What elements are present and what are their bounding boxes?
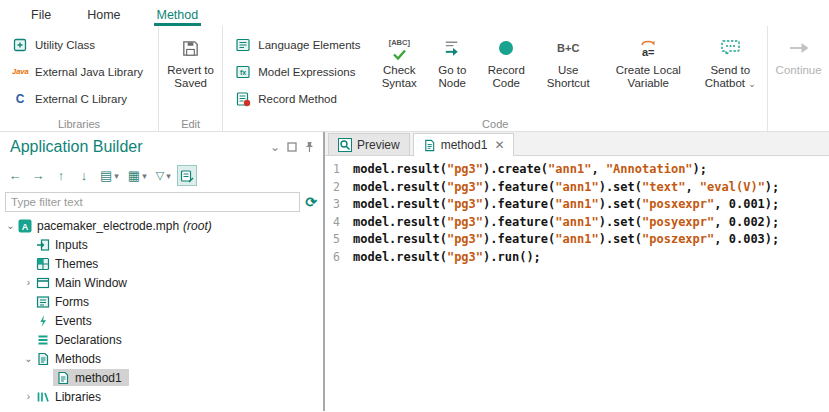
check-syntax-button[interactable]: [ABC] Check Syntax — [375, 31, 423, 115]
tree-item-label: Inputs — [55, 238, 88, 252]
code-text: model.result("pg3").feature("ann1").set(… — [353, 179, 779, 197]
tree-item-libraries[interactable]: › Libraries — [0, 387, 323, 406]
record-method-button[interactable]: Record Method — [229, 85, 369, 112]
declarations-icon — [35, 332, 50, 347]
app-root-icon: A — [17, 218, 32, 233]
forms-icon — [35, 294, 50, 309]
external-c-library-button[interactable]: C External C Library — [6, 85, 152, 112]
themes-icon — [35, 256, 50, 271]
group-label-edit: Edit — [159, 118, 222, 130]
language-elements-button[interactable]: Language Elements — [229, 31, 369, 58]
ribbon-tab-bar: File Home Method — [0, 0, 829, 26]
model-expressions-button[interactable]: fx Model Expressions — [229, 58, 369, 85]
tree-item-label: pacemaker_electrode.mph — [37, 219, 179, 233]
utility-class-icon — [12, 37, 28, 53]
application-tree: ⌄ A pacemaker_electrode.mph (root) Input… — [0, 215, 323, 411]
tree-item-themes[interactable]: Themes — [0, 254, 323, 273]
grid-view-icon: ▦ — [128, 168, 140, 183]
filter-input[interactable] — [5, 192, 300, 212]
tree-item-forms[interactable]: Forms — [0, 292, 323, 311]
forward-button[interactable]: → — [28, 165, 48, 186]
method-editor: Preview method1 ✕ 1model.result("pg3").c… — [325, 132, 829, 411]
ribbon-group-libraries: Utility Class Java External Java Library… — [0, 26, 159, 131]
selection-highlight: method1 — [53, 369, 129, 386]
continue-button[interactable]: Continue — [774, 31, 823, 77]
forward-arrow-icon: → — [32, 168, 45, 183]
move-up-button[interactable]: ↑ — [51, 165, 71, 186]
code-line[interactable]: 5model.result("pg3").feature("ann1").set… — [325, 231, 829, 249]
tab-method1[interactable]: method1 ✕ — [413, 133, 515, 156]
group-options-dropdown[interactable]: ▦▾ — [125, 165, 150, 186]
record-code-button[interactable]: Record Code — [481, 31, 531, 115]
record-code-label: Record Code — [481, 64, 531, 90]
code-line[interactable]: 1model.result("pg3").create("ann1", "Ann… — [325, 161, 829, 179]
chevron-down-icon: ▾ — [142, 171, 147, 181]
line-number: 6 — [325, 249, 353, 267]
inputs-icon — [35, 237, 50, 252]
utility-class-button[interactable]: Utility Class — [6, 31, 152, 58]
expand-caret-icon[interactable]: › — [22, 277, 35, 288]
tree-item-method1[interactable]: method1 — [0, 368, 323, 387]
back-button[interactable]: ← — [5, 165, 25, 186]
code-line[interactable]: 2model.result("pg3").feature("ann1").set… — [325, 179, 829, 197]
create-local-variable-icon: a= — [640, 35, 656, 61]
tree-item-methods[interactable]: ⌄ Methods — [0, 349, 323, 368]
record-method-icon — [235, 91, 251, 107]
code-text: model.result("pg3").feature("ann1").set(… — [353, 214, 779, 232]
record-code-icon — [496, 35, 516, 61]
record-method-label: Record Method — [258, 93, 337, 105]
panel-header: Application Builder ⌄ — [0, 132, 323, 162]
pin-panel-icon[interactable] — [304, 141, 315, 153]
java-icon: Java — [12, 67, 28, 76]
tab-method[interactable]: Method — [154, 4, 202, 26]
go-to-node-button[interactable]: Go to Node — [431, 31, 473, 115]
application-builder-panel: Application Builder ⌄ ← → ↑ ↓ ▤▾ ▦▾ ▽▾ — [0, 132, 325, 411]
ribbon-group-continue: Continue — [768, 26, 829, 131]
continue-label: Continue — [776, 64, 822, 77]
editor-tools-toggle[interactable] — [177, 165, 197, 186]
code-line[interactable]: 3model.result("pg3").feature("ann1").set… — [325, 196, 829, 214]
tree-item-inputs[interactable]: Inputs — [0, 235, 323, 254]
model-expressions-label: Model Expressions — [258, 66, 355, 78]
panel-menu-chevron-icon[interactable]: ⌄ — [270, 140, 280, 154]
tree-item-events[interactable]: Events — [0, 311, 323, 330]
chatbot-icon — [720, 35, 741, 61]
tab-method1-label: method1 — [441, 138, 488, 152]
code-line[interactable]: 6model.result("pg3").run(); — [325, 249, 829, 267]
external-java-library-button[interactable]: Java External Java Library — [6, 58, 152, 85]
move-down-button[interactable]: ↓ — [74, 165, 94, 186]
float-panel-icon[interactable] — [287, 142, 297, 152]
tree-item-root[interactable]: ⌄ A pacemaker_electrode.mph (root) — [0, 216, 323, 235]
refresh-icon[interactable]: ⟳ — [305, 194, 317, 210]
tree-item-main-window[interactable]: › Main Window — [0, 273, 323, 292]
code-line[interactable]: 4model.result("pg3").feature("ann1").set… — [325, 214, 829, 232]
c-icon: C — [12, 92, 28, 106]
use-shortcut-button[interactable]: B+C Use Shortcut — [539, 31, 597, 115]
go-to-node-icon — [442, 35, 463, 61]
code-area[interactable]: 1model.result("pg3").create("ann1", "Ann… — [325, 156, 829, 411]
close-tab-icon[interactable]: ✕ — [494, 138, 504, 152]
main-area: Application Builder ⌄ ← → ↑ ↓ ▤▾ ▦▾ ▽▾ — [0, 132, 829, 411]
create-local-variable-button[interactable]: a= Create Local Variable — [605, 31, 691, 115]
check-syntax-label: Check Syntax — [375, 64, 423, 90]
tab-file[interactable]: File — [28, 4, 54, 26]
send-to-chatbot-button[interactable]: Send to Chatbot ⌄ — [699, 31, 761, 115]
methods-icon — [35, 351, 50, 366]
view-options-dropdown[interactable]: ▤▾ — [97, 165, 122, 186]
tree-item-label: method1 — [75, 371, 122, 385]
tree-item-label: Main Window — [55, 276, 127, 290]
use-shortcut-label: Use Shortcut — [539, 64, 597, 90]
expand-caret-icon[interactable]: › — [22, 391, 35, 402]
revert-to-saved-button[interactable]: Revert to Saved — [165, 31, 216, 90]
filter-dropdown[interactable]: ▽▾ — [153, 165, 174, 186]
tab-home[interactable]: Home — [84, 4, 123, 26]
back-arrow-icon: ← — [9, 168, 22, 183]
line-number: 5 — [325, 231, 353, 249]
tab-preview[interactable]: Preview — [328, 133, 410, 155]
preview-magnifier-icon — [338, 138, 352, 152]
tree-item-declarations[interactable]: Declarations — [0, 330, 323, 349]
collapse-caret-icon[interactable]: ⌄ — [4, 220, 17, 231]
ribbon-group-edit: Revert to Saved Edit — [159, 26, 223, 131]
collapse-caret-icon[interactable]: ⌄ — [22, 353, 35, 364]
tree-item-label: Forms — [55, 295, 89, 309]
